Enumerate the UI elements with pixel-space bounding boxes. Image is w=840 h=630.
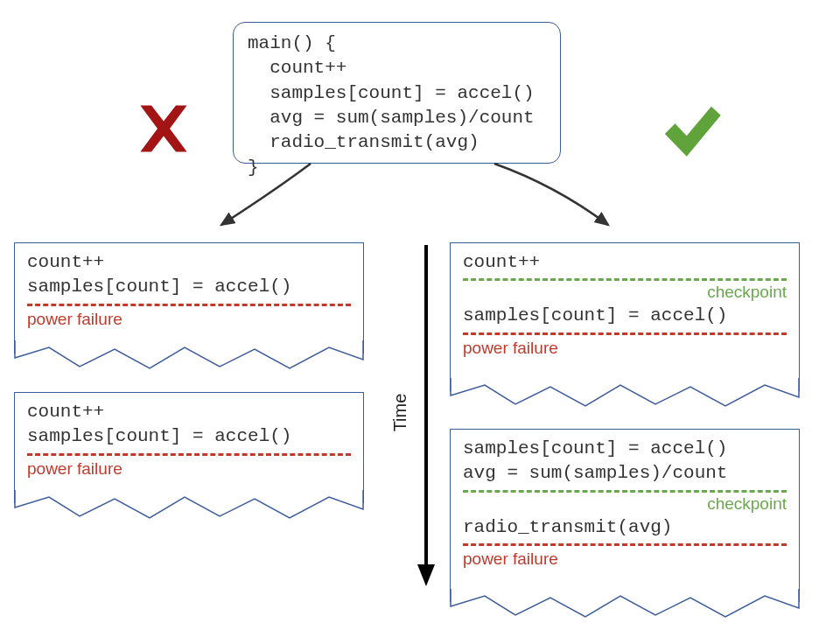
main-code-box: main() { count++ samples[count] = accel(… xyxy=(233,22,561,164)
right-box2-line-b: radio_transmit(avg) xyxy=(463,515,787,540)
torn-edge xyxy=(450,589,800,624)
right-exec-box-1: count++ checkpoint samples[count] = acce… xyxy=(450,242,800,391)
checkpoint-line xyxy=(463,490,787,493)
left-exec-box-1: count++ samples[count] = accel() power f… xyxy=(14,242,364,354)
right-box2-lines-a: samples[count] = accel() avg = sum(sampl… xyxy=(463,437,787,486)
checkpoint-label: checkpoint xyxy=(463,283,787,302)
cross-icon xyxy=(133,98,194,159)
arrow-right xyxy=(486,159,626,238)
torn-edge xyxy=(14,340,364,375)
left-exec-box-2: count++ samples[count] = accel() power f… xyxy=(14,392,364,503)
arrow-left xyxy=(206,159,328,238)
right-exec-box-2: samples[count] = accel() avg = sum(sampl… xyxy=(450,429,800,602)
power-failure-label: power failure xyxy=(27,310,122,328)
power-failure-line xyxy=(463,543,787,546)
power-failure-line xyxy=(27,453,351,456)
right-box1-line-b: samples[count] = accel() xyxy=(463,304,787,328)
power-failure-label: power failure xyxy=(463,550,558,568)
right-box1-line-a: count++ xyxy=(463,250,787,275)
check-icon xyxy=(658,96,726,164)
time-label: Time xyxy=(390,394,410,432)
time-arrow xyxy=(413,241,439,591)
torn-edge xyxy=(450,378,800,413)
checkpoint-label: checkpoint xyxy=(463,494,787,514)
power-failure-label: power failure xyxy=(27,459,122,478)
power-failure-label: power failure xyxy=(463,339,558,357)
checkpoint-line xyxy=(463,278,787,281)
left-box1-code: count++ samples[count] = accel() xyxy=(27,250,351,300)
torn-edge xyxy=(14,490,364,525)
power-failure-line xyxy=(463,332,787,335)
main-code: main() { count++ samples[count] = accel(… xyxy=(248,32,546,180)
left-box2-code: count++ samples[count] = accel() xyxy=(27,400,351,450)
power-failure-line xyxy=(27,304,351,306)
